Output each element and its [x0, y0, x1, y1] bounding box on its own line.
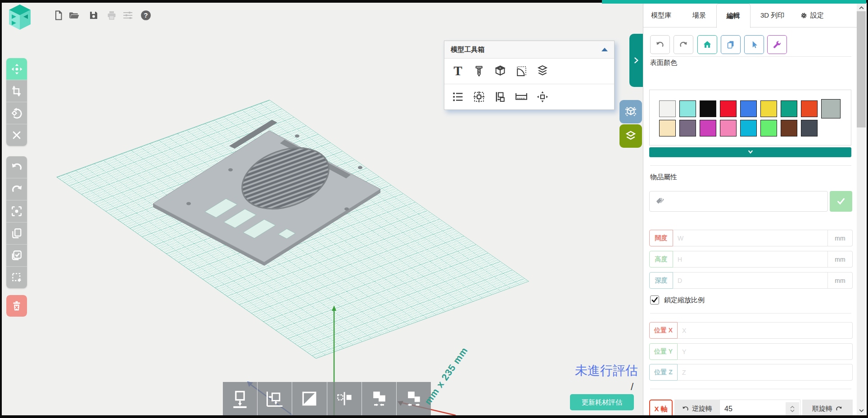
layer-view-button[interactable] — [619, 124, 642, 148]
home-view-button[interactable] — [697, 35, 717, 54]
color-swatch[interactable] — [720, 120, 737, 136]
confirm-button[interactable] — [6, 244, 27, 266]
copy-button[interactable] — [721, 35, 741, 54]
rotation-stepper[interactable] — [786, 402, 799, 416]
position-x-input[interactable] — [678, 322, 853, 339]
color-swatch[interactable] — [760, 120, 777, 136]
add-arc-button[interactable] — [514, 64, 529, 78]
width-input[interactable] — [673, 230, 828, 246]
color-swatch[interactable] — [700, 120, 716, 136]
rotation-angle-input[interactable] — [720, 404, 779, 413]
placement-toolbar — [223, 382, 431, 415]
measure-button[interactable] — [514, 90, 529, 104]
tab-edit[interactable]: 編輯 — [716, 4, 750, 28]
add-cube-button[interactable] — [493, 64, 507, 78]
select-cursor-button[interactable] — [744, 35, 764, 54]
color-swatch[interactable] — [740, 120, 757, 136]
scrollbar-thumb[interactable] — [857, 11, 866, 127]
tab-model-library[interactable]: 模型庫 — [651, 4, 671, 27]
duplicate-button[interactable] — [6, 222, 27, 244]
depth-input[interactable] — [673, 272, 828, 289]
panel-undo-button[interactable] — [650, 35, 670, 54]
focus-view-button[interactable] — [6, 200, 27, 222]
box-select-button[interactable] — [6, 266, 27, 288]
color-swatch[interactable] — [659, 100, 676, 117]
position-x-row: 位置 X — [649, 322, 853, 339]
check-icon — [836, 196, 846, 207]
delete-group — [6, 295, 27, 317]
rotate-tool-button[interactable] — [6, 102, 27, 124]
align-to-origin-button[interactable] — [258, 382, 292, 415]
settings-sliders-button[interactable] — [122, 9, 134, 22]
color-swatch[interactable] — [700, 100, 716, 117]
tab-3d-print[interactable]: 3D 列印 — [760, 4, 784, 27]
color-swatch[interactable] — [801, 100, 818, 117]
undo-button[interactable] — [6, 156, 27, 178]
panel-collapse-tab[interactable] — [629, 34, 643, 87]
rotate-cw-button[interactable]: 順旋轉 — [802, 400, 853, 415]
panel-scrollbar[interactable] — [857, 3, 866, 415]
color-swatch[interactable] — [760, 100, 777, 117]
color-swatch[interactable] — [659, 120, 676, 136]
expand-object-button[interactable] — [535, 90, 550, 104]
mirror-button[interactable] — [327, 382, 362, 415]
update-estimate-button[interactable]: 更新耗材評估 — [570, 394, 634, 410]
lock-scale-checkbox[interactable] — [650, 295, 659, 304]
print-button[interactable] — [105, 9, 118, 22]
delete-model-button[interactable] — [6, 295, 27, 317]
surface-color-title: 表面顏色 — [650, 59, 677, 67]
height-input[interactable] — [673, 251, 828, 268]
divider — [650, 389, 851, 389]
check-square-icon — [11, 250, 23, 261]
redo-button[interactable] — [6, 178, 27, 200]
color-swatch[interactable] — [720, 100, 737, 117]
new-file-button[interactable] — [52, 9, 65, 22]
merge-objects-button[interactable] — [362, 382, 397, 415]
rotation-axis-button[interactable]: X 軸 — [649, 400, 673, 415]
color-swatch[interactable] — [679, 100, 696, 117]
add-layers-button[interactable] — [535, 64, 550, 78]
remove-tool-button[interactable] — [6, 124, 27, 146]
tools-button[interactable] — [767, 35, 787, 54]
toolbox-collapse-icon[interactable] — [601, 48, 608, 51]
move-tool-button[interactable] — [6, 58, 27, 80]
redo-icon — [678, 40, 688, 50]
scroll-down-arrow[interactable] — [857, 406, 866, 414]
save-button[interactable] — [87, 9, 100, 22]
color-swatch[interactable] — [679, 120, 696, 136]
color-swatch[interactable] — [801, 120, 818, 136]
panel-redo-button[interactable] — [674, 35, 693, 54]
height-unit: mm — [828, 251, 853, 268]
drop-to-bed-button[interactable] — [223, 382, 258, 415]
duplicate-icon — [11, 227, 23, 239]
palette-expand-button[interactable] — [649, 147, 851, 157]
scroll-up-arrow[interactable] — [857, 4, 866, 12]
item-name-field[interactable] — [649, 191, 828, 212]
add-text-button[interactable]: T — [451, 64, 465, 78]
color-swatch[interactable] — [740, 100, 757, 117]
color-swatch-selected[interactable] — [821, 99, 841, 118]
center-object-button[interactable] — [472, 90, 486, 104]
open-file-button[interactable] — [68, 9, 80, 22]
position-z-input[interactable] — [678, 364, 853, 381]
tab-settings[interactable]: 設定 — [800, 4, 824, 27]
half-view-button[interactable] — [292, 382, 327, 415]
apply-name-button[interactable] — [830, 191, 852, 212]
position-y-input[interactable] — [678, 343, 853, 360]
estimate-status: 未進行評估 — [494, 362, 638, 379]
help-button[interactable]: ? — [140, 9, 152, 22]
color-swatch[interactable] — [781, 120, 797, 136]
print-icon — [106, 10, 117, 21]
chevron-down-icon — [746, 149, 755, 155]
divider — [650, 56, 851, 57]
tab-scene[interactable]: 場景 — [692, 4, 706, 27]
scale-tool-button[interactable] — [6, 80, 27, 102]
model-list-button[interactable] — [451, 90, 465, 104]
rotate-ccw-button[interactable]: 逆旋轉 — [674, 400, 719, 415]
fit-view-button[interactable] — [619, 100, 642, 123]
group-objects-button[interactable] — [493, 90, 507, 104]
color-swatch[interactable] — [781, 100, 797, 117]
viewport-3d[interactable]: ? — [2, 3, 643, 415]
redo-icon — [11, 183, 23, 195]
add-screw-button[interactable] — [472, 64, 486, 78]
